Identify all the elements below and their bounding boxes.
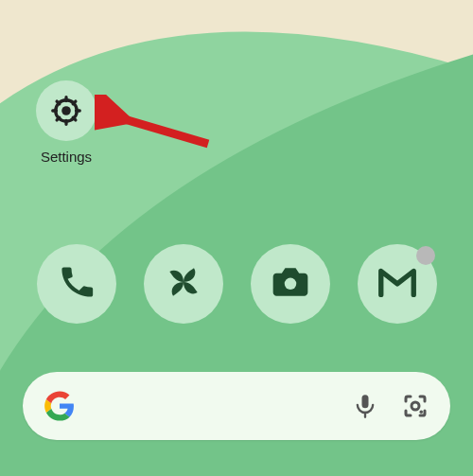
svg-rect-6 (362, 395, 369, 408)
settings-label: Settings (28, 149, 104, 165)
svg-point-1 (61, 106, 71, 115)
photos-app[interactable] (144, 244, 223, 324)
lens-icon[interactable] (401, 392, 429, 420)
gmail-app[interactable] (358, 244, 437, 324)
mic-icon[interactable] (352, 393, 378, 419)
google-search-bar[interactable] (23, 372, 450, 440)
svg-point-9 (420, 411, 424, 414)
gmail-m-icon (376, 260, 419, 308)
phone-app[interactable] (37, 244, 116, 324)
gear-icon (36, 80, 96, 141)
svg-point-8 (412, 402, 419, 410)
svg-point-5 (284, 278, 295, 290)
phone-icon (57, 262, 96, 306)
camera-app[interactable] (251, 244, 330, 324)
google-g-icon (44, 390, 76, 422)
notification-badge (416, 246, 435, 265)
dock (0, 244, 473, 324)
settings-app[interactable]: Settings (28, 80, 104, 165)
pinwheel-icon (163, 261, 204, 307)
camera-icon (270, 261, 311, 307)
